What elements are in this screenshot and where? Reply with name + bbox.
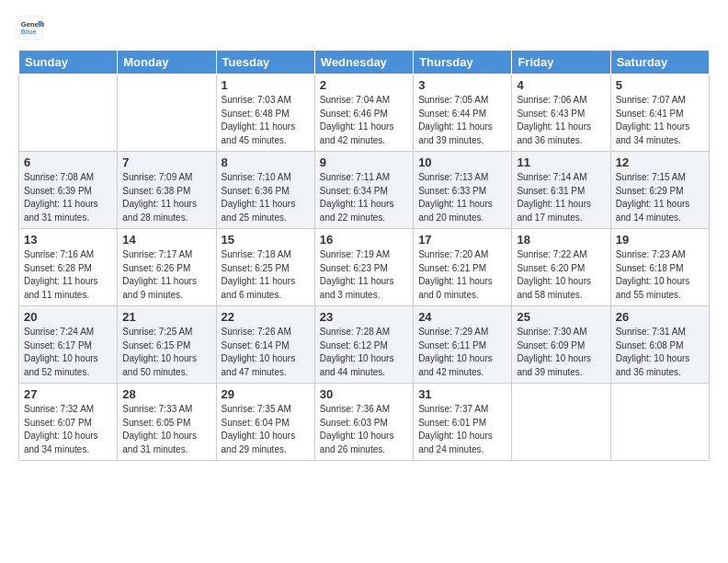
day-number: 19	[616, 233, 704, 247]
calendar-cell: 15Sunrise: 7:18 AM Sunset: 6:25 PM Dayli…	[216, 229, 314, 306]
logo-icon: General Blue	[18, 15, 44, 40]
day-info: Sunrise: 7:04 AM Sunset: 6:46 PM Dayligh…	[320, 94, 408, 147]
calendar-cell	[118, 75, 216, 152]
calendar-cell: 6Sunrise: 7:08 AM Sunset: 6:39 PM Daylig…	[19, 152, 118, 229]
day-info: Sunrise: 7:09 AM Sunset: 6:38 PM Dayligh…	[122, 171, 210, 224]
day-info: Sunrise: 7:28 AM Sunset: 6:12 PM Dayligh…	[320, 326, 408, 379]
day-info: Sunrise: 7:07 AM Sunset: 6:41 PM Dayligh…	[616, 94, 704, 147]
day-info: Sunrise: 7:22 AM Sunset: 6:20 PM Dayligh…	[517, 248, 605, 302]
weekday-header: Thursday	[414, 51, 512, 75]
calendar-cell: 1Sunrise: 7:03 AM Sunset: 6:48 PM Daylig…	[216, 75, 314, 152]
calendar-cell: 5Sunrise: 7:07 AM Sunset: 6:41 PM Daylig…	[610, 75, 709, 152]
day-info: Sunrise: 7:32 AM Sunset: 6:07 PM Dayligh…	[24, 403, 112, 456]
day-info: Sunrise: 7:35 AM Sunset: 6:04 PM Dayligh…	[222, 403, 310, 456]
day-number: 14	[122, 233, 210, 247]
day-info: Sunrise: 7:10 AM Sunset: 6:36 PM Dayligh…	[222, 171, 310, 224]
logo: General Blue	[18, 15, 44, 40]
calendar-cell: 22Sunrise: 7:26 AM Sunset: 6:14 PM Dayli…	[216, 306, 314, 384]
calendar-cell: 14Sunrise: 7:17 AM Sunset: 6:26 PM Dayli…	[118, 229, 216, 306]
calendar-cell: 19Sunrise: 7:23 AM Sunset: 6:18 PM Dayli…	[610, 229, 709, 306]
day-info: Sunrise: 7:14 AM Sunset: 6:31 PM Dayligh…	[517, 171, 605, 224]
day-info: Sunrise: 7:08 AM Sunset: 6:39 PM Dayligh…	[24, 171, 112, 224]
calendar-cell: 2Sunrise: 7:04 AM Sunset: 6:46 PM Daylig…	[314, 75, 413, 152]
day-number: 11	[517, 155, 605, 169]
calendar-header-row: SundayMondayTuesdayWednesdayThursdayFrid…	[19, 51, 710, 75]
day-number: 23	[320, 310, 408, 324]
day-number: 4	[517, 78, 605, 92]
day-number: 22	[222, 310, 310, 324]
day-info: Sunrise: 7:16 AM Sunset: 6:28 PM Dayligh…	[24, 248, 112, 302]
day-number: 3	[418, 78, 506, 92]
calendar-table: SundayMondayTuesdayWednesdayThursdayFrid…	[18, 50, 710, 461]
calendar-cell: 11Sunrise: 7:14 AM Sunset: 6:31 PM Dayli…	[512, 152, 610, 229]
day-info: Sunrise: 7:05 AM Sunset: 6:44 PM Dayligh…	[418, 94, 506, 147]
day-number: 21	[122, 310, 210, 324]
day-number: 20	[24, 310, 112, 324]
weekday-header: Wednesday	[314, 51, 413, 75]
day-number: 31	[418, 387, 506, 401]
day-number: 12	[616, 155, 704, 169]
page: General Blue SundayMondayTuesdayWednesda…	[0, 0, 728, 476]
day-info: Sunrise: 7:06 AM Sunset: 6:43 PM Dayligh…	[517, 94, 605, 147]
day-number: 6	[24, 155, 112, 169]
day-info: Sunrise: 7:31 AM Sunset: 6:08 PM Dayligh…	[616, 326, 704, 379]
day-number: 28	[122, 387, 210, 401]
calendar-cell: 12Sunrise: 7:15 AM Sunset: 6:29 PM Dayli…	[610, 152, 709, 229]
day-number: 9	[320, 155, 408, 169]
day-info: Sunrise: 7:15 AM Sunset: 6:29 PM Dayligh…	[616, 171, 704, 224]
day-number: 5	[616, 78, 704, 92]
calendar-cell: 3Sunrise: 7:05 AM Sunset: 6:44 PM Daylig…	[414, 75, 512, 152]
day-number: 7	[122, 155, 210, 169]
day-info: Sunrise: 7:33 AM Sunset: 6:05 PM Dayligh…	[122, 403, 210, 456]
calendar-week-row: 6Sunrise: 7:08 AM Sunset: 6:39 PM Daylig…	[19, 152, 710, 229]
calendar-cell: 24Sunrise: 7:29 AM Sunset: 6:11 PM Dayli…	[414, 306, 512, 384]
calendar-cell: 4Sunrise: 7:06 AM Sunset: 6:43 PM Daylig…	[512, 75, 610, 152]
calendar-cell: 30Sunrise: 7:36 AM Sunset: 6:03 PM Dayli…	[314, 384, 413, 461]
weekday-header: Tuesday	[216, 51, 314, 75]
calendar-week-row: 1Sunrise: 7:03 AM Sunset: 6:48 PM Daylig…	[19, 75, 710, 152]
calendar-cell: 9Sunrise: 7:11 AM Sunset: 6:34 PM Daylig…	[314, 152, 413, 229]
day-info: Sunrise: 7:36 AM Sunset: 6:03 PM Dayligh…	[320, 403, 408, 456]
day-info: Sunrise: 7:26 AM Sunset: 6:14 PM Dayligh…	[222, 326, 310, 379]
day-info: Sunrise: 7:24 AM Sunset: 6:17 PM Dayligh…	[24, 326, 112, 379]
day-info: Sunrise: 7:03 AM Sunset: 6:48 PM Dayligh…	[222, 94, 310, 147]
day-info: Sunrise: 7:29 AM Sunset: 6:11 PM Dayligh…	[418, 326, 506, 379]
day-number: 1	[222, 78, 310, 92]
weekday-header: Monday	[118, 51, 216, 75]
day-number: 26	[616, 310, 704, 324]
calendar-cell: 13Sunrise: 7:16 AM Sunset: 6:28 PM Dayli…	[19, 229, 118, 306]
day-number: 8	[222, 155, 310, 169]
calendar-cell: 16Sunrise: 7:19 AM Sunset: 6:23 PM Dayli…	[314, 229, 413, 306]
day-number: 13	[24, 233, 112, 247]
calendar-cell: 20Sunrise: 7:24 AM Sunset: 6:17 PM Dayli…	[19, 306, 118, 384]
day-number: 16	[320, 233, 408, 247]
calendar-cell	[512, 384, 610, 461]
day-number: 2	[320, 78, 408, 92]
calendar-cell: 21Sunrise: 7:25 AM Sunset: 6:15 PM Dayli…	[118, 306, 216, 384]
day-number: 25	[517, 310, 605, 324]
svg-text:Blue: Blue	[21, 28, 37, 36]
calendar-cell: 28Sunrise: 7:33 AM Sunset: 6:05 PM Dayli…	[118, 384, 216, 461]
day-info: Sunrise: 7:11 AM Sunset: 6:34 PM Dayligh…	[320, 171, 408, 224]
calendar-week-row: 27Sunrise: 7:32 AM Sunset: 6:07 PM Dayli…	[19, 384, 710, 461]
calendar-cell: 17Sunrise: 7:20 AM Sunset: 6:21 PM Dayli…	[414, 229, 512, 306]
day-info: Sunrise: 7:18 AM Sunset: 6:25 PM Dayligh…	[222, 248, 310, 302]
calendar-cell: 27Sunrise: 7:32 AM Sunset: 6:07 PM Dayli…	[19, 384, 118, 461]
day-number: 15	[222, 233, 310, 247]
calendar-week-row: 20Sunrise: 7:24 AM Sunset: 6:17 PM Dayli…	[19, 306, 710, 384]
day-info: Sunrise: 7:30 AM Sunset: 6:09 PM Dayligh…	[517, 326, 605, 379]
header: General Blue	[18, 15, 710, 40]
day-number: 27	[24, 387, 112, 401]
calendar-cell: 18Sunrise: 7:22 AM Sunset: 6:20 PM Dayli…	[512, 229, 610, 306]
calendar-cell: 7Sunrise: 7:09 AM Sunset: 6:38 PM Daylig…	[118, 152, 216, 229]
calendar-cell: 23Sunrise: 7:28 AM Sunset: 6:12 PM Dayli…	[314, 306, 413, 384]
weekday-header: Sunday	[19, 51, 118, 75]
day-info: Sunrise: 7:13 AM Sunset: 6:33 PM Dayligh…	[418, 171, 506, 224]
calendar-cell: 29Sunrise: 7:35 AM Sunset: 6:04 PM Dayli…	[216, 384, 314, 461]
day-number: 29	[222, 387, 310, 401]
weekday-header: Saturday	[610, 51, 709, 75]
calendar-week-row: 13Sunrise: 7:16 AM Sunset: 6:28 PM Dayli…	[19, 229, 710, 306]
day-info: Sunrise: 7:17 AM Sunset: 6:26 PM Dayligh…	[122, 248, 210, 302]
day-info: Sunrise: 7:23 AM Sunset: 6:18 PM Dayligh…	[616, 248, 704, 302]
calendar-cell: 8Sunrise: 7:10 AM Sunset: 6:36 PM Daylig…	[216, 152, 314, 229]
